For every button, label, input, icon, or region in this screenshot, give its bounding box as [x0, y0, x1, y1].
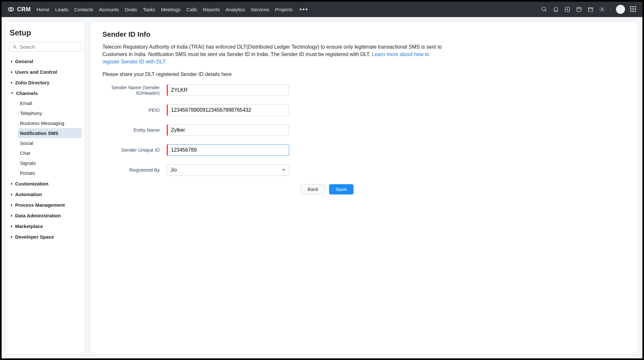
app-launcher-icon[interactable]	[630, 6, 637, 13]
label-entity-name: Entity Name	[102, 127, 167, 133]
avatar[interactable]	[616, 5, 625, 14]
sidebar-item-data-administration[interactable]: Data Administration	[9, 211, 82, 221]
back-button[interactable]: Back	[301, 184, 325, 194]
chevron-right-icon	[11, 204, 13, 206]
label-sender-name: Sender Name (Sender ID/Header)	[102, 85, 167, 96]
gear-icon[interactable]	[599, 6, 605, 13]
input-entity-name[interactable]	[167, 124, 289, 136]
page-hint: Please share your DLT registered Sender …	[102, 71, 626, 77]
nav-leads[interactable]: Leads	[55, 7, 69, 12]
row-sender-unique-id: Sender Unique ID	[102, 144, 626, 156]
search-input[interactable]	[20, 44, 78, 50]
chevron-down-icon	[11, 92, 14, 94]
row-sender-name: Sender Name (Sender ID/Header)	[102, 84, 626, 96]
brand-logo-icon	[7, 6, 14, 13]
save-button[interactable]: Save	[329, 184, 354, 194]
sidebar-item-developer-space[interactable]: Developer Space	[9, 232, 82, 242]
brand[interactable]: CRM	[7, 6, 31, 13]
sidebar-title: Setup	[10, 28, 81, 37]
label-registered-by: Registered By	[102, 167, 167, 173]
nav-deals[interactable]: Deals	[125, 7, 137, 12]
sidebar: Setup General Users and Control Zoho Dir…	[5, 22, 85, 354]
svg-point-11	[601, 9, 603, 10]
input-sender-unique-id[interactable]	[167, 144, 289, 156]
nav-projects[interactable]: Projects	[275, 7, 292, 12]
button-row: Back Save	[167, 184, 354, 194]
nav-tasks[interactable]: Tasks	[143, 7, 155, 12]
search-icon[interactable]	[541, 6, 547, 13]
chevron-right-icon	[11, 236, 13, 238]
nav-calls[interactable]: Calls	[186, 7, 197, 12]
sidebar-sub-business-messaging[interactable]: Business Messaging	[18, 118, 82, 128]
sidebar-item-zoho-directory[interactable]: Zoho Directory	[9, 78, 82, 88]
svg-line-13	[15, 47, 17, 49]
chevron-right-icon	[11, 81, 13, 84]
chevron-right-icon	[11, 60, 13, 63]
sidebar-search[interactable]	[9, 42, 82, 52]
separator	[611, 6, 611, 13]
caret-down-icon	[282, 169, 285, 171]
nav-reports[interactable]: Reports	[203, 7, 220, 12]
nav-more-icon[interactable]: •••	[298, 6, 310, 13]
sidebar-sub-telephony[interactable]: Telephony	[18, 108, 82, 118]
row-entity-name: Entity Name	[102, 124, 626, 136]
calendar-icon[interactable]	[576, 6, 582, 13]
page-title: Sender ID Info	[102, 30, 626, 39]
svg-rect-7	[577, 7, 581, 11]
svg-point-2	[542, 7, 545, 11]
nav-services[interactable]: Services	[251, 7, 270, 12]
row-peid: PEID	[102, 104, 626, 116]
sidebar-item-process-management[interactable]: Process Management	[9, 200, 82, 210]
add-note-icon[interactable]	[564, 6, 571, 13]
search-icon	[13, 44, 17, 50]
sidebar-item-marketplace[interactable]: Marketplace	[9, 221, 82, 231]
sidebar-sub-chat[interactable]: Chat	[18, 148, 82, 158]
sidebar-item-users-control[interactable]: Users and Control	[9, 67, 82, 77]
input-peid[interactable]	[167, 104, 289, 116]
sidebar-item-channels[interactable]: Channels	[9, 88, 82, 98]
chevron-right-icon	[11, 193, 13, 196]
nav-meetings[interactable]: Meetings	[161, 7, 181, 12]
chevron-right-icon	[11, 71, 13, 73]
main-panel: Sender ID Info Telecom Regulatory Author…	[90, 22, 638, 354]
page-description: Telecom Regulatory Authority of India (T…	[102, 43, 447, 66]
channels-sublist: Email Telephony Business Messaging Notif…	[9, 98, 82, 178]
sidebar-sub-signals[interactable]: Signals	[18, 158, 82, 168]
sidebar-sub-social[interactable]: Social	[18, 138, 82, 148]
nav-analytics[interactable]: Analytics	[226, 7, 245, 12]
sidebar-item-automation[interactable]: Automation	[9, 189, 82, 199]
chevron-right-icon	[11, 214, 13, 217]
svg-line-3	[545, 10, 547, 12]
chevron-right-icon	[11, 225, 13, 228]
nav-contacts[interactable]: Contacts	[74, 7, 93, 12]
brand-text: CRM	[17, 6, 31, 13]
nav-home[interactable]: Home	[37, 7, 50, 12]
marketplace-icon[interactable]	[587, 6, 594, 13]
nav-accounts[interactable]: Accounts	[99, 7, 119, 12]
sidebar-sub-portals[interactable]: Portals	[18, 168, 82, 178]
sidebar-item-general[interactable]: General	[9, 56, 82, 66]
label-peid: PEID	[102, 107, 167, 113]
chevron-right-icon	[11, 183, 13, 185]
select-registered-by[interactable]: Jio	[167, 164, 289, 176]
input-sender-name[interactable]	[167, 84, 289, 96]
bell-icon[interactable]	[553, 6, 559, 13]
top-nav: CRM Home Leads Contacts Accounts Deals T…	[2, 2, 642, 17]
sidebar-sub-notification-sms[interactable]: Notification SMS	[18, 128, 82, 138]
svg-point-12	[13, 45, 16, 48]
row-registered-by: Registered By Jio	[102, 164, 626, 176]
label-sender-unique-id: Sender Unique ID	[102, 147, 167, 153]
sidebar-sub-email[interactable]: Email	[18, 98, 82, 108]
sidebar-item-customization[interactable]: Customization	[9, 179, 82, 189]
